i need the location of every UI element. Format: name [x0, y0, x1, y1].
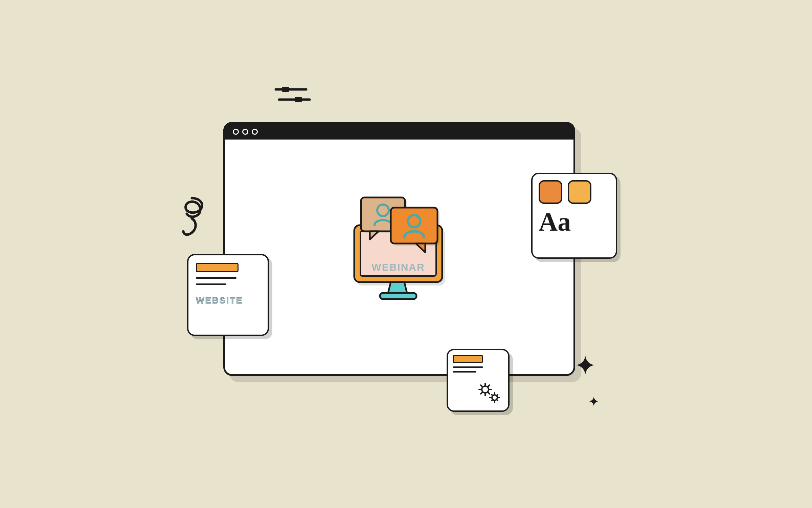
svg-rect-7	[380, 293, 416, 299]
color-swatches	[539, 180, 610, 204]
svg-rect-3	[295, 97, 302, 102]
window-dot-icon	[252, 129, 258, 135]
svg-point-14	[482, 386, 489, 393]
svg-rect-1	[282, 87, 289, 92]
gears-icon	[477, 382, 502, 406]
settings-card	[447, 349, 510, 412]
svg-line-22	[488, 385, 490, 386]
text-line-icon	[196, 277, 236, 279]
card-accent-bar	[453, 355, 483, 363]
color-swatch-icon	[568, 180, 591, 204]
svg-line-29	[497, 400, 498, 401]
browser-title-bar	[223, 122, 575, 140]
text-line-icon	[453, 371, 476, 373]
svg-line-19	[481, 385, 482, 386]
website-card-label: WEBSITE	[196, 295, 260, 306]
text-line-icon	[196, 283, 226, 285]
typography-sample: Aa	[539, 209, 610, 235]
window-dot-icon	[242, 129, 248, 135]
svg-line-21	[481, 393, 482, 394]
sliders-icon	[274, 83, 311, 108]
card-accent-bar	[196, 263, 239, 272]
svg-line-31	[497, 395, 498, 396]
illustration-stage: WEBINAR WEBSITE	[0, 0, 812, 508]
window-dot-icon	[233, 129, 239, 135]
svg-rect-12	[391, 208, 437, 244]
sparkle-icon	[589, 396, 599, 408]
website-card: WEBSITE	[187, 254, 269, 336]
styles-card: Aa	[531, 173, 617, 259]
webinar-label: WEBINAR	[371, 261, 425, 273]
sparkle-icon	[575, 355, 595, 377]
webinar-monitor-icon: WEBINAR	[337, 191, 458, 303]
svg-line-28	[492, 395, 493, 396]
text-line-icon	[453, 366, 483, 368]
svg-line-30	[492, 400, 493, 401]
squiggle-icon	[173, 195, 214, 247]
window-controls	[233, 129, 258, 135]
color-swatch-icon	[539, 180, 562, 204]
svg-line-20	[488, 393, 490, 394]
